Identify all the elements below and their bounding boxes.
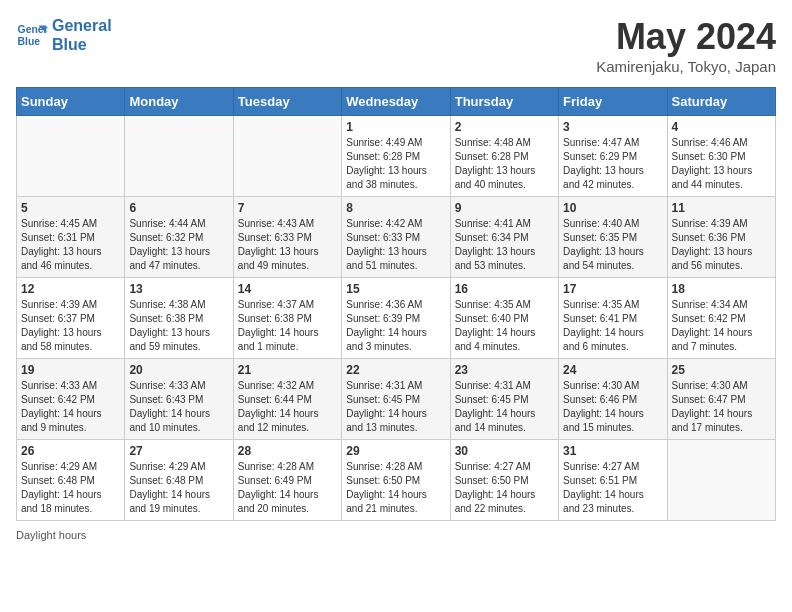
- calendar-cell: [233, 116, 341, 197]
- day-info: Sunrise: 4:34 AM Sunset: 6:42 PM Dayligh…: [672, 298, 771, 354]
- day-number: 28: [238, 444, 337, 458]
- calendar-cell: 27Sunrise: 4:29 AM Sunset: 6:48 PM Dayli…: [125, 440, 233, 521]
- calendar-cell: 16Sunrise: 4:35 AM Sunset: 6:40 PM Dayli…: [450, 278, 558, 359]
- day-info: Sunrise: 4:30 AM Sunset: 6:46 PM Dayligh…: [563, 379, 662, 435]
- day-header-wednesday: Wednesday: [342, 88, 450, 116]
- day-number: 2: [455, 120, 554, 134]
- day-info: Sunrise: 4:36 AM Sunset: 6:39 PM Dayligh…: [346, 298, 445, 354]
- day-number: 21: [238, 363, 337, 377]
- day-info: Sunrise: 4:31 AM Sunset: 6:45 PM Dayligh…: [346, 379, 445, 435]
- day-info: Sunrise: 4:33 AM Sunset: 6:43 PM Dayligh…: [129, 379, 228, 435]
- day-info: Sunrise: 4:43 AM Sunset: 6:33 PM Dayligh…: [238, 217, 337, 273]
- day-info: Sunrise: 4:40 AM Sunset: 6:35 PM Dayligh…: [563, 217, 662, 273]
- day-info: Sunrise: 4:47 AM Sunset: 6:29 PM Dayligh…: [563, 136, 662, 192]
- calendar-cell: 5Sunrise: 4:45 AM Sunset: 6:31 PM Daylig…: [17, 197, 125, 278]
- day-info: Sunrise: 4:28 AM Sunset: 6:49 PM Dayligh…: [238, 460, 337, 516]
- day-number: 9: [455, 201, 554, 215]
- calendar-cell: 22Sunrise: 4:31 AM Sunset: 6:45 PM Dayli…: [342, 359, 450, 440]
- day-number: 6: [129, 201, 228, 215]
- calendar-cell: 2Sunrise: 4:48 AM Sunset: 6:28 PM Daylig…: [450, 116, 558, 197]
- day-info: Sunrise: 4:31 AM Sunset: 6:45 PM Dayligh…: [455, 379, 554, 435]
- day-number: 25: [672, 363, 771, 377]
- daylight-hours-label: Daylight hours: [16, 529, 86, 541]
- day-number: 7: [238, 201, 337, 215]
- day-number: 24: [563, 363, 662, 377]
- calendar-cell: 23Sunrise: 4:31 AM Sunset: 6:45 PM Dayli…: [450, 359, 558, 440]
- calendar-table: SundayMondayTuesdayWednesdayThursdayFrid…: [16, 87, 776, 521]
- day-info: Sunrise: 4:39 AM Sunset: 6:36 PM Dayligh…: [672, 217, 771, 273]
- day-number: 18: [672, 282, 771, 296]
- day-number: 23: [455, 363, 554, 377]
- logo-text-general: General: [52, 16, 112, 35]
- calendar-week-row: 26Sunrise: 4:29 AM Sunset: 6:48 PM Dayli…: [17, 440, 776, 521]
- calendar-cell: 14Sunrise: 4:37 AM Sunset: 6:38 PM Dayli…: [233, 278, 341, 359]
- title-block: May 2024 Kamirenjaku, Tokyo, Japan: [596, 16, 776, 75]
- calendar-cell: 24Sunrise: 4:30 AM Sunset: 6:46 PM Dayli…: [559, 359, 667, 440]
- day-number: 5: [21, 201, 120, 215]
- calendar-cell: [667, 440, 775, 521]
- calendar-week-row: 19Sunrise: 4:33 AM Sunset: 6:42 PM Dayli…: [17, 359, 776, 440]
- day-header-saturday: Saturday: [667, 88, 775, 116]
- day-number: 31: [563, 444, 662, 458]
- day-number: 19: [21, 363, 120, 377]
- day-header-monday: Monday: [125, 88, 233, 116]
- day-info: Sunrise: 4:28 AM Sunset: 6:50 PM Dayligh…: [346, 460, 445, 516]
- calendar-cell: 3Sunrise: 4:47 AM Sunset: 6:29 PM Daylig…: [559, 116, 667, 197]
- calendar-cell: 10Sunrise: 4:40 AM Sunset: 6:35 PM Dayli…: [559, 197, 667, 278]
- day-info: Sunrise: 4:32 AM Sunset: 6:44 PM Dayligh…: [238, 379, 337, 435]
- day-info: Sunrise: 4:35 AM Sunset: 6:41 PM Dayligh…: [563, 298, 662, 354]
- calendar-cell: 21Sunrise: 4:32 AM Sunset: 6:44 PM Dayli…: [233, 359, 341, 440]
- calendar-header-row: SundayMondayTuesdayWednesdayThursdayFrid…: [17, 88, 776, 116]
- day-header-thursday: Thursday: [450, 88, 558, 116]
- day-number: 17: [563, 282, 662, 296]
- calendar-week-row: 1Sunrise: 4:49 AM Sunset: 6:28 PM Daylig…: [17, 116, 776, 197]
- logo-text-blue: Blue: [52, 35, 112, 54]
- calendar-cell: 20Sunrise: 4:33 AM Sunset: 6:43 PM Dayli…: [125, 359, 233, 440]
- day-info: Sunrise: 4:38 AM Sunset: 6:38 PM Dayligh…: [129, 298, 228, 354]
- day-number: 20: [129, 363, 228, 377]
- day-number: 13: [129, 282, 228, 296]
- day-number: 27: [129, 444, 228, 458]
- day-info: Sunrise: 4:27 AM Sunset: 6:50 PM Dayligh…: [455, 460, 554, 516]
- day-number: 14: [238, 282, 337, 296]
- calendar-cell: 30Sunrise: 4:27 AM Sunset: 6:50 PM Dayli…: [450, 440, 558, 521]
- calendar-cell: 8Sunrise: 4:42 AM Sunset: 6:33 PM Daylig…: [342, 197, 450, 278]
- calendar-cell: 19Sunrise: 4:33 AM Sunset: 6:42 PM Dayli…: [17, 359, 125, 440]
- day-number: 22: [346, 363, 445, 377]
- day-info: Sunrise: 4:42 AM Sunset: 6:33 PM Dayligh…: [346, 217, 445, 273]
- logo-icon: General Blue: [16, 19, 48, 51]
- day-header-tuesday: Tuesday: [233, 88, 341, 116]
- day-number: 15: [346, 282, 445, 296]
- calendar-cell: 6Sunrise: 4:44 AM Sunset: 6:32 PM Daylig…: [125, 197, 233, 278]
- day-info: Sunrise: 4:29 AM Sunset: 6:48 PM Dayligh…: [21, 460, 120, 516]
- location: Kamirenjaku, Tokyo, Japan: [596, 58, 776, 75]
- day-number: 10: [563, 201, 662, 215]
- calendar-cell: 9Sunrise: 4:41 AM Sunset: 6:34 PM Daylig…: [450, 197, 558, 278]
- day-info: Sunrise: 4:27 AM Sunset: 6:51 PM Dayligh…: [563, 460, 662, 516]
- day-number: 8: [346, 201, 445, 215]
- calendar-week-row: 5Sunrise: 4:45 AM Sunset: 6:31 PM Daylig…: [17, 197, 776, 278]
- page-header: General Blue General Blue May 2024 Kamir…: [16, 16, 776, 75]
- logo: General Blue General Blue: [16, 16, 112, 54]
- calendar-footer: Daylight hours: [16, 529, 776, 541]
- day-number: 29: [346, 444, 445, 458]
- day-header-friday: Friday: [559, 88, 667, 116]
- calendar-cell: 29Sunrise: 4:28 AM Sunset: 6:50 PM Dayli…: [342, 440, 450, 521]
- calendar-cell: 26Sunrise: 4:29 AM Sunset: 6:48 PM Dayli…: [17, 440, 125, 521]
- calendar-cell: 18Sunrise: 4:34 AM Sunset: 6:42 PM Dayli…: [667, 278, 775, 359]
- day-info: Sunrise: 4:30 AM Sunset: 6:47 PM Dayligh…: [672, 379, 771, 435]
- day-info: Sunrise: 4:37 AM Sunset: 6:38 PM Dayligh…: [238, 298, 337, 354]
- day-info: Sunrise: 4:35 AM Sunset: 6:40 PM Dayligh…: [455, 298, 554, 354]
- day-number: 3: [563, 120, 662, 134]
- day-info: Sunrise: 4:41 AM Sunset: 6:34 PM Dayligh…: [455, 217, 554, 273]
- calendar-cell: 4Sunrise: 4:46 AM Sunset: 6:30 PM Daylig…: [667, 116, 775, 197]
- day-number: 16: [455, 282, 554, 296]
- calendar-cell: [125, 116, 233, 197]
- calendar-cell: 28Sunrise: 4:28 AM Sunset: 6:49 PM Dayli…: [233, 440, 341, 521]
- calendar-cell: 25Sunrise: 4:30 AM Sunset: 6:47 PM Dayli…: [667, 359, 775, 440]
- day-info: Sunrise: 4:49 AM Sunset: 6:28 PM Dayligh…: [346, 136, 445, 192]
- month-title: May 2024: [596, 16, 776, 58]
- day-info: Sunrise: 4:46 AM Sunset: 6:30 PM Dayligh…: [672, 136, 771, 192]
- day-number: 26: [21, 444, 120, 458]
- day-number: 11: [672, 201, 771, 215]
